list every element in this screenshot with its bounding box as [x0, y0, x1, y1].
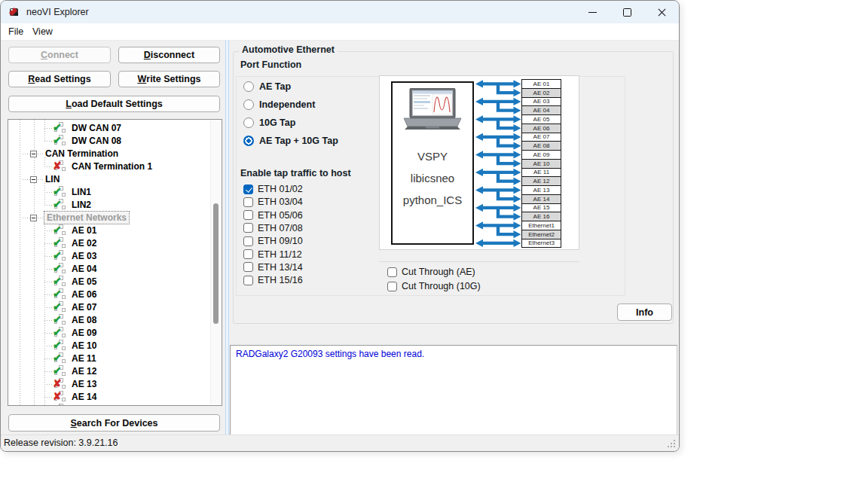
- tree-connector: [44, 166, 53, 167]
- host-software-box: VSPY libicsneo python_ICS: [391, 81, 474, 245]
- checkbox-option-eth-05-06[interactable]: ETH 05/06: [243, 209, 303, 221]
- tree-expander-minus-icon[interactable]: [30, 176, 37, 183]
- menu-view[interactable]: View: [28, 23, 57, 40]
- network-node: [62, 244, 66, 248]
- tree-item-label: LIN1: [72, 187, 91, 197]
- checkbox-icon[interactable]: [243, 210, 253, 220]
- tree-scrollbar-thumb[interactable]: [213, 203, 219, 324]
- check-icon: ✔: [53, 224, 62, 236]
- checkbox-option-cut-through-10g-[interactable]: Cut Through (10G): [387, 280, 481, 292]
- network-node: [62, 334, 66, 337]
- tree-connector: [44, 128, 53, 129]
- tree-expander-minus-icon[interactable]: [30, 151, 37, 157]
- checkbox-option-eth-01-02[interactable]: ETH 01/02: [243, 183, 303, 195]
- tree-item-ae-12[interactable]: ✔AE 12: [8, 365, 211, 378]
- checkbox-label: ETH 07/08: [258, 223, 303, 233]
- tree-item-ae-04[interactable]: ✔AE 04: [8, 263, 211, 276]
- radio-option-ae-tap[interactable]: AE Tap: [243, 79, 291, 94]
- radio-icon[interactable]: [243, 81, 254, 92]
- tree-item-label: AE 06: [72, 289, 96, 300]
- tree-item-ae-09[interactable]: ✔AE 09: [8, 327, 211, 340]
- radio-option-ae-tap-10g-tap[interactable]: AE Tap + 10G Tap: [243, 133, 338, 148]
- radio-icon[interactable]: [243, 117, 254, 128]
- checkbox-icon[interactable]: [243, 197, 253, 207]
- checkbox-checked-icon[interactable]: [243, 185, 253, 194]
- checkbox-option-eth-09-10[interactable]: ETH 09/10: [243, 235, 303, 247]
- tree-connector: [44, 269, 53, 270]
- checkbox-option-eth-11-12[interactable]: ETH 11/12: [243, 249, 302, 261]
- tree-expander-minus-icon[interactable]: [30, 215, 37, 221]
- network-enabled-icon: ✔: [53, 122, 66, 134]
- network-node: [62, 257, 66, 261]
- search-for-devices-button[interactable]: Search For Devices: [8, 414, 220, 432]
- checkbox-icon[interactable]: [243, 262, 253, 272]
- tree-item-ae-02[interactable]: ✔AE 02: [8, 237, 211, 250]
- resize-grip[interactable]: [668, 440, 676, 448]
- check-icon: ✔: [53, 236, 62, 249]
- checkbox-icon[interactable]: [387, 282, 397, 291]
- radio-option-independent[interactable]: Independent: [243, 97, 315, 112]
- maximize-button[interactable]: [610, 1, 644, 23]
- checkbox-option-cut-through-ae-[interactable]: Cut Through (AE): [387, 266, 475, 278]
- checkbox-option-eth-07-08[interactable]: ETH 07/08: [243, 222, 303, 234]
- tree-item-ae-01[interactable]: ✔AE 01: [8, 224, 211, 237]
- close-button[interactable]: [644, 1, 679, 23]
- checkbox-option-eth-13-14[interactable]: ETH 13/14: [243, 261, 303, 273]
- tree-item-ae-05[interactable]: ✔AE 05: [8, 276, 211, 288]
- port-box-ethernet3: Ethernet3: [521, 239, 561, 249]
- tree-item-ae-03[interactable]: ✔AE 03: [8, 250, 211, 263]
- tree-item-ae-10[interactable]: ✔AE 10: [8, 340, 211, 352]
- tree-item-ae-14[interactable]: ✘AE 14: [8, 391, 211, 404]
- check-icon: ✔: [53, 313, 62, 325]
- cross-icon: ✘: [53, 377, 62, 389]
- tree-item-lin2[interactable]: ✔LIN2: [8, 199, 211, 212]
- network-enabled-icon: ✔: [53, 237, 66, 249]
- radio-icon[interactable]: [243, 99, 254, 110]
- tree-item-dw-can-08[interactable]: ✔DW CAN 08: [8, 135, 211, 148]
- tree-item-ae-08[interactable]: ✔AE 08: [8, 314, 211, 327]
- network-disabled-icon: ✘: [53, 378, 66, 390]
- checkbox-icon[interactable]: [243, 249, 253, 259]
- tree-item-ethernet-networks[interactable]: Ethernet Networks: [8, 212, 211, 224]
- write-settings-button[interactable]: Write Settings: [118, 71, 220, 87]
- tree-item-ae-13[interactable]: ✘AE 13: [8, 378, 211, 391]
- network-node: [62, 385, 66, 389]
- tree-item-ae-11[interactable]: ✔AE 11: [8, 352, 211, 365]
- tree-scrollbar[interactable]: [210, 120, 221, 404]
- tree-connector: [44, 256, 53, 257]
- checkbox-icon[interactable]: [387, 267, 397, 277]
- menu-file[interactable]: File: [4, 23, 28, 40]
- radio-selected-icon[interactable]: [243, 136, 254, 146]
- panel-splitter[interactable]: [224, 40, 229, 435]
- tree-item-ae-07[interactable]: ✔AE 07: [8, 301, 211, 314]
- desktop: neoVI Explorer File View Connect Disconn…: [0, 0, 868, 488]
- network-node: [62, 231, 66, 235]
- checkbox-option-eth-03-04[interactable]: ETH 03/04: [243, 196, 303, 208]
- read-settings-button[interactable]: Read Settings: [8, 71, 111, 87]
- tree-item-label: Ethernet Networks: [44, 211, 130, 224]
- checkbox-icon[interactable]: [243, 236, 253, 246]
- disconnect-button[interactable]: Disconnect: [118, 47, 220, 63]
- network-enabled-icon: ✔: [53, 186, 66, 198]
- tree-item-can-termination[interactable]: CAN Termination: [8, 148, 211, 160]
- load-default-settings-button[interactable]: Load Default Settings: [8, 96, 220, 112]
- info-button[interactable]: Info: [617, 303, 672, 321]
- close-icon: [658, 8, 666, 17]
- checkbox-icon[interactable]: [243, 223, 253, 233]
- groupbox-title: Automotive Ethernet: [239, 44, 338, 55]
- radio-label: AE Tap: [259, 81, 291, 92]
- tree-item-ae-15[interactable]: ✘AE 15: [8, 404, 211, 405]
- tree-item-dw-can-07[interactable]: ✔DW CAN 07: [8, 122, 211, 135]
- tree-item-lin[interactable]: LIN: [8, 173, 211, 186]
- tree-item-can-termination-1[interactable]: ✘CAN Termination 1: [8, 160, 211, 173]
- connect-button[interactable]: Connect: [8, 47, 111, 63]
- tree-item-label: AE 07: [72, 302, 96, 313]
- radio-option-10g-tap[interactable]: 10G Tap: [243, 115, 295, 130]
- network-enabled-icon: ✔: [53, 301, 66, 313]
- minimize-button[interactable]: [575, 1, 610, 23]
- tree-item-ae-06[interactable]: ✔AE 06: [8, 288, 211, 301]
- checkbox-option-eth-15-16[interactable]: ETH 15/16: [243, 274, 303, 286]
- tree-item-lin1[interactable]: ✔LIN1: [8, 186, 211, 199]
- checkbox-icon[interactable]: [243, 276, 253, 285]
- check-icon: ✔: [53, 249, 62, 261]
